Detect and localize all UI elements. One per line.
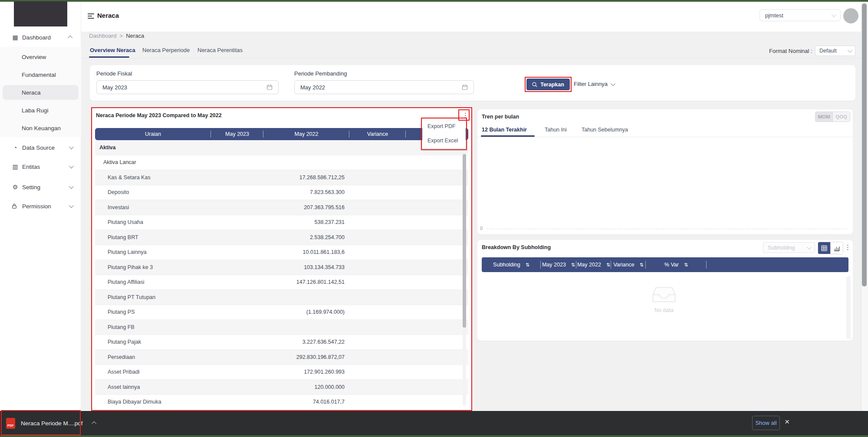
periode-fiskal-input[interactable]: May 2023 bbox=[96, 80, 279, 94]
page-scrollbar-thumb[interactable] bbox=[862, 3, 867, 286]
sidebar-item-label: Permission bbox=[22, 203, 51, 210]
row-label: Kas & Setara Kas bbox=[95, 174, 211, 181]
mom-toggle[interactable]: MOM bbox=[815, 112, 833, 122]
row-label: Aktiva Lancar bbox=[95, 159, 211, 165]
sidebar-item-laba-rugi[interactable]: Laba Rugi bbox=[0, 103, 81, 118]
downloaded-file-chip[interactable]: PDF Neraca Periode M....pdf bbox=[6, 414, 96, 432]
chevron-down-icon bbox=[69, 164, 74, 168]
sort-icon[interactable]: ⇅ bbox=[640, 262, 644, 268]
table-row: Piutang BRT2.538.254.700 bbox=[95, 230, 468, 245]
row-value: 2.538.254.700 bbox=[263, 234, 349, 240]
column-header-may-2023: May 2023 bbox=[211, 128, 263, 140]
sort-icon[interactable]: ⇅ bbox=[606, 262, 610, 268]
gear-icon: ⚙ bbox=[11, 184, 19, 190]
filter-lainnya-label: Filter Lainnya bbox=[574, 81, 608, 87]
breakdown-table-header: Subholding⇅ May 2023⇅ May 2022⇅ Variance… bbox=[482, 257, 848, 272]
sidebar-item-non-keuangan[interactable]: Non Keuangan bbox=[0, 121, 81, 135]
sidebar-item-label: Dashboard bbox=[22, 34, 51, 41]
row-value: 74.016.017,7 bbox=[263, 399, 349, 405]
sort-icon[interactable]: ⇅ bbox=[571, 262, 575, 268]
breadcrumb-separator: > bbox=[120, 33, 123, 39]
row-label: Piutang PS bbox=[95, 309, 211, 315]
sidebar-item-dashboard[interactable]: ▦ Dashboard bbox=[0, 30, 81, 45]
row-value: 17.268.586.712,25 bbox=[263, 174, 349, 181]
sidebar-item-permission[interactable]: Permission bbox=[0, 199, 81, 214]
active-tab-underline bbox=[89, 56, 129, 58]
table-row: Piutang PT Tutupan bbox=[95, 290, 468, 305]
bd-col-subholding: Subholding bbox=[493, 262, 520, 268]
table-row: Piutang Lainnya10.011.861.183,6 bbox=[95, 245, 468, 260]
table-row: Piutang Usaha538.237.231 bbox=[95, 215, 468, 230]
sidebar-item-label: Fundamental bbox=[22, 72, 56, 78]
table-row: Piutang Pajak3.227.636.547,22 bbox=[95, 335, 468, 350]
tren-tabs-divider bbox=[477, 137, 853, 137]
table-scrollbar-thumb[interactable] bbox=[463, 154, 466, 328]
bd-col-variance: Variance bbox=[613, 262, 634, 268]
table-row: Aktiva Lancar bbox=[95, 155, 468, 171]
sidebar-item-overview[interactable]: Overview bbox=[0, 49, 81, 64]
table-row: Asset lainnya120.000.000 bbox=[95, 380, 468, 395]
row-value: (1.169.974.000) bbox=[263, 309, 349, 315]
breakdown-scrollbar-track bbox=[846, 276, 851, 339]
chevron-down-icon bbox=[69, 203, 74, 208]
table-row: Piutang Affiliasi147.126.801.142,51 bbox=[95, 275, 468, 290]
row-value: 172.901.260.993 bbox=[263, 369, 349, 375]
menu-fold-icon[interactable] bbox=[88, 13, 94, 19]
chevron-down-icon bbox=[832, 12, 836, 17]
format-nominal-label: Format Nominal : bbox=[769, 48, 812, 54]
qoq-toggle[interactable]: QOQ bbox=[833, 112, 850, 122]
tab-neraca-perentitas[interactable]: Neraca Perentitas bbox=[197, 47, 243, 53]
sidebar-item-label: Entitas bbox=[22, 164, 40, 170]
table-row: Investasi207.363.795.516 bbox=[95, 200, 468, 215]
row-label: Piutang Usaha bbox=[95, 219, 211, 225]
row-label: Deposito bbox=[95, 189, 211, 195]
table-view-button[interactable] bbox=[818, 242, 830, 254]
pie-chart-icon: ◔ bbox=[11, 145, 19, 151]
kebab-menu-icon[interactable]: ⋮ bbox=[462, 112, 469, 118]
sidebar-item-setting[interactable]: ⚙ Setting bbox=[0, 180, 81, 194]
sidebar-item-fundamental[interactable]: Fundamental bbox=[0, 67, 81, 82]
breakdown-kebab-icon[interactable]: ⋮ bbox=[845, 244, 851, 250]
sidebar-item-entitas[interactable]: ▥ Entitas bbox=[0, 159, 81, 174]
subholding-select[interactable]: Subholding bbox=[763, 242, 815, 253]
format-nominal-select[interactable]: Default bbox=[815, 46, 855, 56]
sidebar-item-data-source[interactable]: ◔ Data Source bbox=[0, 140, 81, 155]
sidebar-item-label: Laba Rugi bbox=[22, 107, 49, 114]
neraca-table-header: Uraian May 2023 May 2022 Variance % Var bbox=[95, 128, 468, 140]
bd-col-may-2023: May 2023 bbox=[542, 262, 566, 268]
table-row: Asset Pribadi172.901.260.993 bbox=[95, 365, 468, 380]
tab-overview-neraca[interactable]: Overview Neraca bbox=[90, 47, 135, 53]
show-all-button[interactable]: Show all bbox=[752, 416, 780, 430]
chevron-down-icon bbox=[807, 244, 812, 249]
tabs-divider bbox=[81, 58, 861, 59]
sort-icon[interactable]: ⇅ bbox=[526, 262, 529, 268]
bd-col-pct-var: % Var bbox=[664, 262, 679, 268]
tren-tab-12-bulan[interactable]: 12 Bulan Terakhir bbox=[482, 127, 527, 133]
breadcrumb-neraca: Neraca bbox=[126, 33, 144, 39]
user-dropdown[interactable]: pjmtest bbox=[760, 9, 841, 21]
breakdown-title: Breakdown By Subholding bbox=[482, 244, 551, 250]
avatar[interactable] bbox=[843, 8, 858, 23]
neraca-table-body: Aktiva Aktiva Lancar Kas & Setara Kas17.… bbox=[95, 140, 468, 410]
table-row: Persediaan292.830.196.872,07 bbox=[95, 350, 468, 365]
terapkan-button[interactable]: Terapkan bbox=[526, 79, 570, 90]
sidebar-item-label: Overview bbox=[22, 54, 46, 60]
browser-bottom-strip bbox=[0, 435, 868, 437]
export-excel-item[interactable]: Export Excel bbox=[422, 134, 466, 148]
filter-lainnya-button[interactable]: Filter Lainnya bbox=[574, 81, 614, 87]
tren-tab-tahun-ini[interactable]: Tahun Ini bbox=[545, 127, 567, 133]
close-icon[interactable]: × bbox=[785, 417, 789, 426]
subholding-placeholder: Subholding bbox=[768, 245, 795, 251]
export-pdf-item[interactable]: Export PDF bbox=[422, 119, 466, 134]
periode-pembanding-input[interactable]: May 2022 bbox=[294, 80, 474, 94]
chart-view-button[interactable] bbox=[830, 242, 843, 254]
sidebar-item-label: Neraca bbox=[22, 89, 41, 96]
sidebar-item-neraca[interactable]: Neraca bbox=[0, 85, 81, 100]
sort-icon[interactable]: ⇅ bbox=[684, 262, 688, 268]
tab-neraca-perperiode[interactable]: Neraca Perperiode bbox=[142, 47, 190, 53]
downloads-bar: PDF Neraca Periode M....pdf Show all × bbox=[0, 411, 868, 435]
tren-tab-tahun-sebelumnya[interactable]: Tahun Sebelumnya bbox=[582, 127, 628, 133]
breadcrumb-dashboard[interactable]: Dashboard bbox=[89, 33, 117, 39]
chevron-up-icon[interactable] bbox=[92, 421, 96, 426]
row-label: Piutang FB bbox=[95, 324, 211, 330]
